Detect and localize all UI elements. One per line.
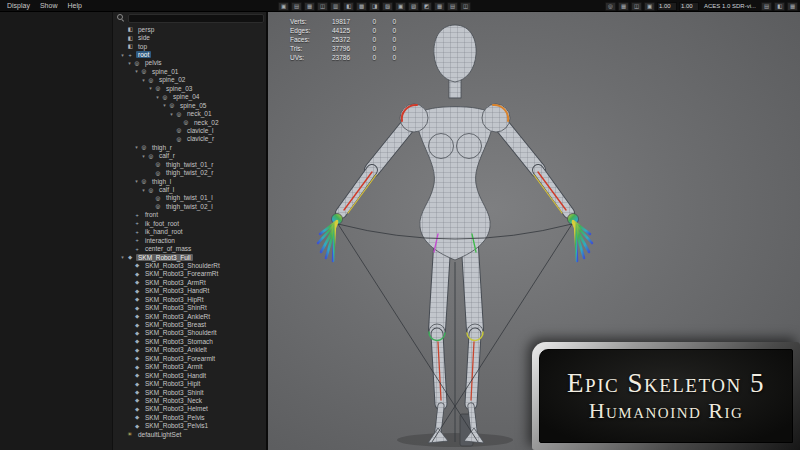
joint-icon: ◎: [147, 187, 155, 193]
viewport-toolbar-icon[interactable]: ▣: [644, 2, 655, 11]
expand-arrow-icon[interactable]: ▾: [119, 254, 126, 260]
viewport-toolbar-icon[interactable]: ◫: [460, 2, 471, 11]
expand-arrow-icon[interactable]: ▾: [133, 144, 140, 150]
tree-item-calf_r[interactable]: ▾◎calf_r: [0, 152, 266, 160]
tree-item-interaction[interactable]: +interaction: [0, 236, 266, 244]
viewport-toolbar-icon[interactable]: ▦: [787, 2, 798, 11]
tree-item-SKM_Robot3_HipRt[interactable]: ◆SKM_Robot3_HipRt: [0, 295, 266, 303]
expand-arrow-icon[interactable]: ▾: [133, 68, 140, 74]
expand-arrow-icon[interactable]: ▾: [147, 85, 154, 91]
tree-item-neck_01[interactable]: ▾◎neck_01: [0, 109, 266, 117]
viewport-toolbar-icon[interactable]: ◫: [631, 2, 642, 11]
tree-item-SKM_Robot3_Handlt[interactable]: ◆SKM_Robot3_Handlt: [0, 371, 266, 379]
viewport-toolbar-icon[interactable]: ▨: [408, 2, 419, 11]
expand-arrow-icon[interactable]: ▾: [168, 111, 175, 117]
tree-item-SKM_Robot3_Armlt[interactable]: ◆SKM_Robot3_Armlt: [0, 363, 266, 371]
viewport-toolbar-icon[interactable]: ▦: [304, 2, 315, 11]
tree-item-thigh_l[interactable]: ▾◎thigh_l: [0, 177, 266, 185]
tree-item-label: SKM_Robot3_Handlt: [143, 372, 208, 379]
view-transform-label[interactable]: ACES 1.0 SDR-vi...: [704, 3, 756, 9]
tree-item-spine_01[interactable]: ▾◎spine_01: [0, 67, 266, 75]
expand-arrow-icon[interactable]: ▾: [161, 102, 168, 108]
tree-item-spine_05[interactable]: ▾◎spine_05: [0, 101, 266, 109]
plaque-subtitle: Humanoind Rig: [589, 398, 744, 424]
tree-item-SKM_Robot3_Pelvis[interactable]: ◆SKM_Robot3_Pelvis: [0, 413, 266, 421]
tree-item-label: SKM_Robot3_ArmRt: [143, 279, 208, 286]
viewport-toolbar-icon[interactable]: ◎: [605, 2, 616, 11]
expand-arrow-icon[interactable]: ▾: [140, 77, 147, 83]
viewport-toolbar-icon[interactable]: ▤: [447, 2, 458, 11]
tree-item-SKM_Robot3_Full[interactable]: ▾◆SKM_Robot3_Full: [0, 253, 266, 261]
tree-item-thigh_twist_01_l[interactable]: ◎thigh_twist_01_l: [0, 194, 266, 202]
tree-item-thigh_twist_02_r[interactable]: ◎thigh_twist_02_r: [0, 168, 266, 176]
tree-item-SKM_Robot3_Shoulderlt[interactable]: ◆SKM_Robot3_Shoulderlt: [0, 329, 266, 337]
tree-item-SKM_Robot3_Pelvis1[interactable]: ◆SKM_Robot3_Pelvis1: [0, 422, 266, 430]
tree-item-top[interactable]: ◧top: [0, 42, 266, 50]
tree-item-label: SKM_Robot3_ShoulderRt: [143, 262, 222, 269]
viewport-toolbar-icon[interactable]: ◫: [317, 2, 328, 11]
tree-item-persp[interactable]: ◧persp: [0, 25, 266, 33]
tree-item-label: neck_02: [192, 119, 221, 126]
menu-help[interactable]: Help: [62, 2, 86, 9]
tree-item-SKM_Robot3_Shinlt[interactable]: ◆SKM_Robot3_Shinlt: [0, 388, 266, 396]
exposure-field[interactable]: [657, 2, 677, 11]
expand-arrow-icon[interactable]: ▾: [126, 60, 133, 66]
tree-item-root[interactable]: ▾+root: [0, 50, 266, 58]
expand-arrow-icon[interactable]: ▾: [119, 52, 126, 58]
tree-item-thigh_twist_01_r[interactable]: ◎thigh_twist_01_r: [0, 160, 266, 168]
viewport-toolbar-icon[interactable]: ▦: [618, 2, 629, 11]
viewport-toolbar-icon[interactable]: ◧: [343, 2, 354, 11]
gamma-field[interactable]: [679, 2, 699, 11]
viewport-toolbar-icon[interactable]: ▩: [356, 2, 367, 11]
tree-item-SKM_Robot3_Hiplt[interactable]: ◆SKM_Robot3_Hiplt: [0, 379, 266, 387]
tree-item-side[interactable]: ◧side: [0, 33, 266, 41]
tree-item-label: thigh_l: [150, 178, 173, 185]
tree-item-SKM_Robot3_Helmet[interactable]: ◆SKM_Robot3_Helmet: [0, 405, 266, 413]
viewport-toolbar-icon[interactable]: ▣: [278, 2, 289, 11]
outliner-search-input[interactable]: [128, 14, 264, 23]
viewport-toolbar-icon[interactable]: ▦: [434, 2, 445, 11]
tree-item-ik_foot_root[interactable]: +ik_foot_root: [0, 219, 266, 227]
viewport-toolbar-icon[interactable]: ▣: [395, 2, 406, 11]
tree-item-SKM_Robot3_AnkleRt[interactable]: ◆SKM_Robot3_AnkleRt: [0, 312, 266, 320]
expand-arrow-icon[interactable]: ▾: [140, 153, 147, 159]
tree-item-spine_04[interactable]: ▾◎spine_04: [0, 93, 266, 101]
viewport-toolbar-icon[interactable]: ◩: [421, 2, 432, 11]
viewport-toolbar-icon[interactable]: ▧: [382, 2, 393, 11]
tree-item-SKM_Robot3_Neck[interactable]: ◆SKM_Robot3_Neck: [0, 396, 266, 404]
tree-item-SKM_Robot3_Breast[interactable]: ◆SKM_Robot3_Breast: [0, 320, 266, 328]
viewport-toolbar-icon[interactable]: ▤: [291, 2, 302, 11]
expand-arrow-icon[interactable]: ▾: [140, 187, 147, 193]
tree-item-defaultLightSet[interactable]: ☀defaultLightSet: [0, 430, 266, 438]
viewport-toolbar-icon[interactable]: ◧: [774, 2, 785, 11]
tree-item-SKM_Robot3_Forearmlt[interactable]: ◆SKM_Robot3_Forearmlt: [0, 354, 266, 362]
tree-item-clavicle_r[interactable]: ◎clavicle_r: [0, 135, 266, 143]
tree-item-thigh_r[interactable]: ▾◎thigh_r: [0, 143, 266, 151]
tree-item-SKM_Robot3_HandRt[interactable]: ◆SKM_Robot3_HandRt: [0, 287, 266, 295]
joint-icon: ◎: [147, 153, 155, 159]
tree-item-SKM_Robot3_ArmRt[interactable]: ◆SKM_Robot3_ArmRt: [0, 278, 266, 286]
tree-item-ik_hand_root[interactable]: +ik_hand_root: [0, 228, 266, 236]
tree-item-SKM_Robot3_Stomach[interactable]: ◆SKM_Robot3_Stomach: [0, 337, 266, 345]
tree-item-center_of_mass[interactable]: +center_of_mass: [0, 244, 266, 252]
tree-item-spine_03[interactable]: ▾◎spine_03: [0, 84, 266, 92]
tree-item-calf_l[interactable]: ▾◎calf_l: [0, 185, 266, 193]
tree-item-SKM_Robot3_ShoulderRt[interactable]: ◆SKM_Robot3_ShoulderRt: [0, 261, 266, 269]
menu-show[interactable]: Show: [35, 2, 63, 9]
tree-item-pelvis[interactable]: ▾◎pelvis: [0, 59, 266, 67]
viewport-toolbar-icon[interactable]: ▤: [761, 2, 772, 11]
tree-item-SKM_Robot3_ShinRt[interactable]: ◆SKM_Robot3_ShinRt: [0, 303, 266, 311]
viewport-toolbar-icon[interactable]: ▥: [330, 2, 341, 11]
expand-arrow-icon[interactable]: ▾: [133, 178, 140, 184]
tree-item-front[interactable]: +front: [0, 211, 266, 219]
viewport-toolbar-icon[interactable]: ◨: [369, 2, 380, 11]
tree-item-label: SKM_Robot3_HandRt: [143, 287, 211, 294]
tree-item-neck_02[interactable]: ◎neck_02: [0, 118, 266, 126]
tree-item-spine_02[interactable]: ▾◎spine_02: [0, 76, 266, 84]
tree-item-SKM_Robot3_ForearmRt[interactable]: ◆SKM_Robot3_ForearmRt: [0, 270, 266, 278]
menu-display[interactable]: Display: [2, 2, 35, 9]
expand-arrow-icon[interactable]: ▾: [154, 94, 161, 100]
tree-item-SKM_Robot3_Anklelt[interactable]: ◆SKM_Robot3_Anklelt: [0, 346, 266, 354]
tree-item-clavicle_l[interactable]: ◎clavicle_l: [0, 126, 266, 134]
tree-item-thigh_twist_02_l[interactable]: ◎thigh_twist_02_l: [0, 202, 266, 210]
